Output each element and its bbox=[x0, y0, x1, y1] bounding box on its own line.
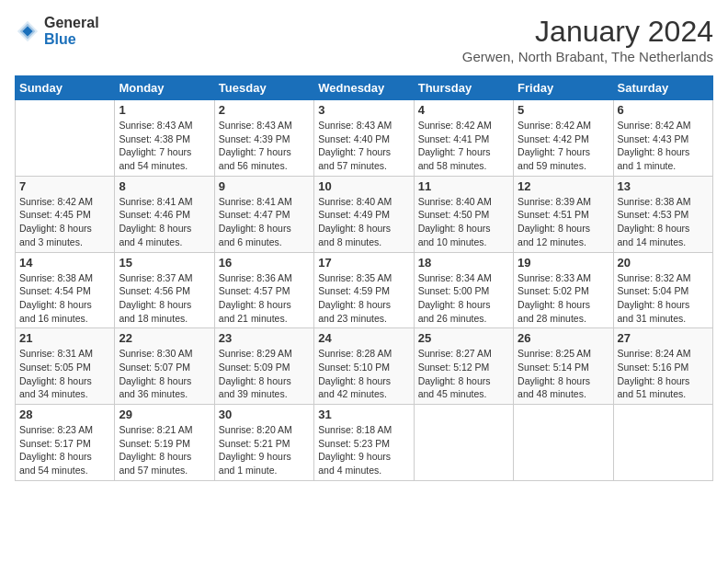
day-info: Sunrise: 8:38 AMSunset: 4:53 PMDaylight:… bbox=[618, 195, 709, 249]
day-number: 8 bbox=[119, 179, 210, 193]
day-info: Sunrise: 8:30 AMSunset: 5:07 PMDaylight:… bbox=[119, 347, 210, 401]
calendar-day-cell: 25Sunrise: 8:27 AMSunset: 5:12 PMDayligh… bbox=[414, 328, 513, 405]
day-number: 29 bbox=[119, 408, 210, 421]
day-info: Sunrise: 8:43 AMSunset: 4:38 PMDaylight:… bbox=[119, 119, 210, 173]
day-info: Sunrise: 8:42 AMSunset: 4:41 PMDaylight:… bbox=[418, 119, 509, 173]
calendar-day-cell: 6Sunrise: 8:42 AMSunset: 4:43 PMDaylight… bbox=[613, 100, 712, 177]
day-info: Sunrise: 8:35 AMSunset: 4:59 PMDaylight:… bbox=[318, 271, 409, 326]
calendar-day-cell: 29Sunrise: 8:21 AMSunset: 5:19 PMDayligh… bbox=[115, 405, 214, 481]
day-info: Sunrise: 8:25 AMSunset: 5:14 PMDaylight:… bbox=[518, 347, 609, 401]
calendar-day-cell: 30Sunrise: 8:20 AMSunset: 5:21 PMDayligh… bbox=[214, 405, 313, 481]
day-number: 18 bbox=[418, 256, 509, 270]
calendar-day-cell bbox=[613, 405, 712, 481]
day-number: 25 bbox=[418, 331, 509, 345]
calendar-week-row: 7Sunrise: 8:42 AMSunset: 4:45 PMDaylight… bbox=[16, 176, 713, 252]
calendar-day-cell: 10Sunrise: 8:40 AMSunset: 4:49 PMDayligh… bbox=[314, 176, 414, 252]
calendar-day-cell bbox=[414, 405, 513, 481]
day-number: 3 bbox=[318, 103, 409, 117]
calendar-day-cell: 23Sunrise: 8:29 AMSunset: 5:09 PMDayligh… bbox=[214, 328, 313, 405]
day-number: 6 bbox=[618, 103, 709, 117]
day-number: 20 bbox=[618, 256, 709, 270]
day-number: 12 bbox=[518, 179, 609, 193]
calendar-day-cell: 19Sunrise: 8:33 AMSunset: 5:02 PMDayligh… bbox=[514, 252, 613, 328]
day-info: Sunrise: 8:43 AMSunset: 4:39 PMDaylight:… bbox=[219, 119, 310, 173]
day-info: Sunrise: 8:24 AMSunset: 5:16 PMDaylight:… bbox=[618, 347, 709, 401]
day-number: 30 bbox=[219, 408, 310, 421]
day-info: Sunrise: 8:40 AMSunset: 4:49 PMDaylight:… bbox=[318, 195, 409, 249]
calendar-day-cell bbox=[16, 100, 115, 177]
day-number: 1 bbox=[119, 103, 210, 117]
calendar-day-cell: 12Sunrise: 8:39 AMSunset: 4:51 PMDayligh… bbox=[514, 176, 613, 252]
calendar-header-row: SundayMondayTuesdayWednesdayThursdayFrid… bbox=[16, 76, 713, 100]
day-number: 26 bbox=[518, 331, 609, 345]
title-area: January 2024 Gerwen, North Brabant, The … bbox=[462, 15, 713, 64]
day-number: 31 bbox=[318, 408, 409, 421]
calendar-day-header: Tuesday bbox=[214, 76, 313, 100]
calendar-day-header: Friday bbox=[514, 76, 613, 100]
logo-icon bbox=[15, 18, 40, 44]
day-info: Sunrise: 8:41 AMSunset: 4:46 PMDaylight:… bbox=[119, 195, 210, 249]
day-number: 19 bbox=[518, 256, 609, 270]
day-info: Sunrise: 8:29 AMSunset: 5:09 PMDaylight:… bbox=[219, 347, 310, 401]
day-info: Sunrise: 8:31 AMSunset: 5:05 PMDaylight:… bbox=[19, 347, 110, 401]
day-info: Sunrise: 8:42 AMSunset: 4:43 PMDaylight:… bbox=[618, 119, 709, 173]
calendar-day-header: Saturday bbox=[613, 76, 712, 100]
day-info: Sunrise: 8:20 AMSunset: 5:21 PMDaylight:… bbox=[219, 423, 310, 477]
day-number: 21 bbox=[19, 331, 110, 345]
calendar-week-row: 21Sunrise: 8:31 AMSunset: 5:05 PMDayligh… bbox=[16, 328, 713, 405]
day-info: Sunrise: 8:42 AMSunset: 4:45 PMDaylight:… bbox=[19, 195, 110, 249]
day-number: 9 bbox=[219, 179, 310, 193]
day-info: Sunrise: 8:36 AMSunset: 4:57 PMDaylight:… bbox=[219, 271, 310, 326]
day-info: Sunrise: 8:42 AMSunset: 4:42 PMDaylight:… bbox=[518, 119, 609, 173]
day-number: 17 bbox=[318, 256, 409, 270]
logo-blue: Blue bbox=[44, 31, 99, 48]
day-number: 27 bbox=[618, 331, 709, 345]
calendar-day-cell: 7Sunrise: 8:42 AMSunset: 4:45 PMDaylight… bbox=[16, 176, 115, 252]
day-info: Sunrise: 8:21 AMSunset: 5:19 PMDaylight:… bbox=[119, 423, 210, 477]
calendar-day-header: Monday bbox=[115, 76, 214, 100]
calendar-day-cell: 31Sunrise: 8:18 AMSunset: 5:23 PMDayligh… bbox=[314, 405, 414, 481]
calendar-day-cell: 21Sunrise: 8:31 AMSunset: 5:05 PMDayligh… bbox=[16, 328, 115, 405]
calendar-day-cell: 14Sunrise: 8:38 AMSunset: 4:54 PMDayligh… bbox=[16, 252, 115, 328]
calendar-day-cell: 18Sunrise: 8:34 AMSunset: 5:00 PMDayligh… bbox=[414, 252, 513, 328]
day-number: 10 bbox=[318, 179, 409, 193]
calendar-day-cell: 4Sunrise: 8:42 AMSunset: 4:41 PMDaylight… bbox=[414, 100, 513, 177]
day-info: Sunrise: 8:41 AMSunset: 4:47 PMDaylight:… bbox=[219, 195, 310, 249]
day-info: Sunrise: 8:43 AMSunset: 4:40 PMDaylight:… bbox=[318, 119, 409, 173]
calendar-day-header: Thursday bbox=[414, 76, 513, 100]
calendar-week-row: 14Sunrise: 8:38 AMSunset: 4:54 PMDayligh… bbox=[16, 252, 713, 328]
calendar-day-cell: 20Sunrise: 8:32 AMSunset: 5:04 PMDayligh… bbox=[613, 252, 712, 328]
calendar-day-cell: 24Sunrise: 8:28 AMSunset: 5:10 PMDayligh… bbox=[314, 328, 414, 405]
day-info: Sunrise: 8:39 AMSunset: 4:51 PMDaylight:… bbox=[518, 195, 609, 249]
calendar-day-cell: 1Sunrise: 8:43 AMSunset: 4:38 PMDaylight… bbox=[115, 100, 214, 177]
location-subtitle: Gerwen, North Brabant, The Netherlands bbox=[462, 49, 713, 64]
calendar-day-header: Sunday bbox=[16, 76, 115, 100]
logo: General Blue bbox=[15, 15, 99, 47]
calendar-day-cell: 11Sunrise: 8:40 AMSunset: 4:50 PMDayligh… bbox=[414, 176, 513, 252]
day-number: 15 bbox=[119, 256, 210, 270]
day-number: 5 bbox=[518, 103, 609, 117]
calendar-table: SundayMondayTuesdayWednesdayThursdayFrid… bbox=[15, 75, 713, 481]
calendar-day-cell: 3Sunrise: 8:43 AMSunset: 4:40 PMDaylight… bbox=[314, 100, 414, 177]
day-number: 22 bbox=[119, 331, 210, 345]
day-number: 7 bbox=[19, 179, 110, 193]
calendar-day-cell: 2Sunrise: 8:43 AMSunset: 4:39 PMDaylight… bbox=[214, 100, 313, 177]
calendar-week-row: 1Sunrise: 8:43 AMSunset: 4:38 PMDaylight… bbox=[16, 100, 713, 177]
calendar-day-cell: 9Sunrise: 8:41 AMSunset: 4:47 PMDaylight… bbox=[214, 176, 313, 252]
day-info: Sunrise: 8:28 AMSunset: 5:10 PMDaylight:… bbox=[318, 347, 409, 401]
day-number: 13 bbox=[618, 179, 709, 193]
day-info: Sunrise: 8:40 AMSunset: 4:50 PMDaylight:… bbox=[418, 195, 509, 249]
day-info: Sunrise: 8:34 AMSunset: 5:00 PMDaylight:… bbox=[418, 271, 509, 326]
day-info: Sunrise: 8:27 AMSunset: 5:12 PMDaylight:… bbox=[418, 347, 509, 401]
day-info: Sunrise: 8:32 AMSunset: 5:04 PMDaylight:… bbox=[618, 271, 709, 326]
day-info: Sunrise: 8:23 AMSunset: 5:17 PMDaylight:… bbox=[19, 423, 110, 477]
calendar-day-cell: 5Sunrise: 8:42 AMSunset: 4:42 PMDaylight… bbox=[514, 100, 613, 177]
calendar-day-cell: 15Sunrise: 8:37 AMSunset: 4:56 PMDayligh… bbox=[115, 252, 214, 328]
day-number: 11 bbox=[418, 179, 509, 193]
day-number: 16 bbox=[219, 256, 310, 270]
page-header: General Blue January 2024 Gerwen, North … bbox=[15, 15, 713, 64]
calendar-day-cell: 28Sunrise: 8:23 AMSunset: 5:17 PMDayligh… bbox=[16, 405, 115, 481]
day-number: 24 bbox=[318, 331, 409, 345]
calendar-day-cell bbox=[514, 405, 613, 481]
day-number: 4 bbox=[418, 103, 509, 117]
